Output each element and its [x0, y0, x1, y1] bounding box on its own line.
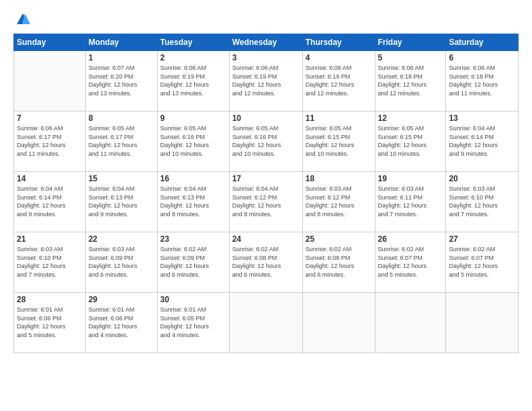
- day-info: Sunrise: 6:02 AM Sunset: 6:08 PM Dayligh…: [306, 245, 372, 279]
- day-info: Sunrise: 6:03 AM Sunset: 6:10 PM Dayligh…: [17, 245, 83, 279]
- day-number: 14: [17, 174, 83, 183]
- calendar-day: 29Sunrise: 6:01 AM Sunset: 6:06 PM Dayli…: [85, 293, 157, 353]
- day-info: Sunrise: 6:02 AM Sunset: 6:09 PM Dayligh…: [161, 245, 226, 279]
- day-number: 10: [232, 113, 300, 123]
- day-info: Sunrise: 6:03 AM Sunset: 6:10 PM Dayligh…: [449, 185, 515, 218]
- day-number: 13: [449, 113, 515, 123]
- day-info: Sunrise: 6:01 AM Sunset: 6:05 PM Dayligh…: [161, 306, 226, 339]
- day-number: 24: [232, 234, 300, 244]
- day-number: 16: [161, 174, 226, 183]
- day-number: 15: [89, 174, 154, 183]
- day-number: 26: [378, 234, 443, 244]
- calendar-day: 21Sunrise: 6:03 AM Sunset: 6:10 PM Dayli…: [14, 232, 86, 293]
- calendar-day: 12Sunrise: 6:05 AM Sunset: 6:15 PM Dayli…: [375, 111, 446, 172]
- day-info: Sunrise: 6:03 AM Sunset: 6:11 PM Dayligh…: [378, 185, 443, 218]
- calendar-day: 6Sunrise: 6:06 AM Sunset: 6:18 PM Daylig…: [446, 51, 519, 111]
- day-number: 9: [161, 113, 226, 123]
- calendar-day: 20Sunrise: 6:03 AM Sunset: 6:10 PM Dayli…: [446, 172, 519, 232]
- day-info: Sunrise: 6:05 AM Sunset: 6:16 PM Dayligh…: [232, 124, 300, 158]
- day-number: 12: [378, 113, 443, 123]
- day-number: 17: [232, 174, 300, 183]
- day-number: 30: [161, 295, 226, 304]
- day-number: 18: [306, 174, 372, 183]
- header: [13, 12, 519, 27]
- day-info: Sunrise: 6:01 AM Sunset: 6:06 PM Dayligh…: [17, 306, 83, 339]
- calendar-week-3: 14Sunrise: 6:04 AM Sunset: 6:14 PM Dayli…: [14, 172, 519, 232]
- calendar-day: 17Sunrise: 6:04 AM Sunset: 6:12 PM Dayli…: [229, 172, 302, 232]
- calendar-week-5: 28Sunrise: 6:01 AM Sunset: 6:06 PM Dayli…: [14, 293, 519, 353]
- day-info: Sunrise: 6:02 AM Sunset: 6:08 PM Dayligh…: [232, 245, 300, 279]
- calendar-week-4: 21Sunrise: 6:03 AM Sunset: 6:10 PM Dayli…: [14, 232, 519, 293]
- calendar-header-thursday: Thursday: [302, 34, 375, 51]
- day-info: Sunrise: 6:06 AM Sunset: 6:19 PM Dayligh…: [232, 64, 300, 97]
- day-info: Sunrise: 6:04 AM Sunset: 6:13 PM Dayligh…: [161, 185, 226, 218]
- day-info: Sunrise: 6:02 AM Sunset: 6:07 PM Dayligh…: [449, 245, 515, 279]
- calendar-day: 24Sunrise: 6:02 AM Sunset: 6:08 PM Dayli…: [229, 232, 302, 293]
- day-number: 3: [232, 53, 300, 62]
- day-info: Sunrise: 6:06 AM Sunset: 6:19 PM Dayligh…: [306, 64, 372, 97]
- calendar-day: 10Sunrise: 6:05 AM Sunset: 6:16 PM Dayli…: [229, 111, 302, 172]
- calendar-day: 5Sunrise: 6:06 AM Sunset: 6:18 PM Daylig…: [375, 51, 446, 111]
- calendar-day: 16Sunrise: 6:04 AM Sunset: 6:13 PM Dayli…: [157, 172, 229, 232]
- day-number: 4: [306, 53, 372, 62]
- calendar: SundayMondayTuesdayWednesdayThursdayFrid…: [13, 34, 519, 353]
- day-info: Sunrise: 6:06 AM Sunset: 6:18 PM Dayligh…: [378, 64, 443, 97]
- calendar-header-saturday: Saturday: [446, 34, 519, 51]
- day-number: 23: [161, 234, 226, 244]
- day-number: 22: [89, 234, 154, 244]
- day-number: 28: [17, 295, 83, 304]
- calendar-header-monday: Monday: [85, 34, 157, 51]
- day-info: Sunrise: 6:07 AM Sunset: 6:20 PM Dayligh…: [89, 64, 154, 97]
- day-number: 25: [306, 234, 372, 244]
- day-info: Sunrise: 6:06 AM Sunset: 6:19 PM Dayligh…: [161, 64, 226, 97]
- day-number: 6: [449, 53, 515, 62]
- day-info: Sunrise: 6:06 AM Sunset: 6:18 PM Dayligh…: [449, 64, 515, 97]
- calendar-day: 22Sunrise: 6:03 AM Sunset: 6:09 PM Dayli…: [85, 232, 157, 293]
- calendar-day: [446, 293, 519, 353]
- calendar-day: 19Sunrise: 6:03 AM Sunset: 6:11 PM Dayli…: [375, 172, 446, 232]
- day-number: 11: [306, 113, 372, 123]
- day-info: Sunrise: 6:03 AM Sunset: 6:09 PM Dayligh…: [89, 245, 154, 279]
- day-info: Sunrise: 6:02 AM Sunset: 6:07 PM Dayligh…: [378, 245, 443, 279]
- calendar-header-row: SundayMondayTuesdayWednesdayThursdayFrid…: [14, 34, 519, 51]
- day-number: 1: [89, 53, 154, 62]
- calendar-day: 7Sunrise: 6:06 AM Sunset: 6:17 PM Daylig…: [14, 111, 86, 172]
- calendar-header-tuesday: Tuesday: [157, 34, 229, 51]
- day-number: 8: [89, 113, 154, 123]
- logo: [13, 12, 30, 27]
- day-info: Sunrise: 6:05 AM Sunset: 6:16 PM Dayligh…: [161, 124, 226, 158]
- calendar-day: 3Sunrise: 6:06 AM Sunset: 6:19 PM Daylig…: [229, 51, 302, 111]
- day-info: Sunrise: 6:01 AM Sunset: 6:06 PM Dayligh…: [89, 306, 154, 339]
- calendar-day: 14Sunrise: 6:04 AM Sunset: 6:14 PM Dayli…: [14, 172, 86, 232]
- day-info: Sunrise: 6:05 AM Sunset: 6:15 PM Dayligh…: [378, 124, 443, 158]
- calendar-day: 13Sunrise: 6:04 AM Sunset: 6:14 PM Dayli…: [446, 111, 519, 172]
- calendar-day: 30Sunrise: 6:01 AM Sunset: 6:05 PM Dayli…: [157, 293, 229, 353]
- day-info: Sunrise: 6:04 AM Sunset: 6:13 PM Dayligh…: [89, 185, 154, 218]
- day-number: 27: [449, 234, 515, 244]
- day-info: Sunrise: 6:04 AM Sunset: 6:14 PM Dayligh…: [17, 185, 83, 218]
- calendar-header-sunday: Sunday: [14, 34, 86, 51]
- calendar-day: 26Sunrise: 6:02 AM Sunset: 6:07 PM Dayli…: [375, 232, 446, 293]
- day-info: Sunrise: 6:04 AM Sunset: 6:14 PM Dayligh…: [449, 124, 515, 158]
- day-info: Sunrise: 6:04 AM Sunset: 6:12 PM Dayligh…: [232, 185, 300, 218]
- calendar-day: 27Sunrise: 6:02 AM Sunset: 6:07 PM Dayli…: [446, 232, 519, 293]
- calendar-header-friday: Friday: [375, 34, 446, 51]
- calendar-day: 2Sunrise: 6:06 AM Sunset: 6:19 PM Daylig…: [157, 51, 229, 111]
- day-number: 2: [161, 53, 226, 62]
- calendar-day: 9Sunrise: 6:05 AM Sunset: 6:16 PM Daylig…: [157, 111, 229, 172]
- day-number: 20: [449, 174, 515, 183]
- calendar-day: 23Sunrise: 6:02 AM Sunset: 6:09 PM Dayli…: [157, 232, 229, 293]
- day-number: 5: [378, 53, 443, 62]
- calendar-day: [14, 51, 86, 111]
- day-info: Sunrise: 6:06 AM Sunset: 6:17 PM Dayligh…: [17, 124, 83, 158]
- logo-icon: [15, 12, 30, 27]
- day-info: Sunrise: 6:05 AM Sunset: 6:17 PM Dayligh…: [89, 124, 154, 158]
- calendar-week-1: 1Sunrise: 6:07 AM Sunset: 6:20 PM Daylig…: [14, 51, 519, 111]
- calendar-day: 18Sunrise: 6:03 AM Sunset: 6:12 PM Dayli…: [302, 172, 375, 232]
- day-info: Sunrise: 6:03 AM Sunset: 6:12 PM Dayligh…: [306, 185, 372, 218]
- day-number: 19: [378, 174, 443, 183]
- day-number: 21: [17, 234, 83, 244]
- calendar-day: [302, 293, 375, 353]
- calendar-day: [229, 293, 302, 353]
- calendar-week-2: 7Sunrise: 6:06 AM Sunset: 6:17 PM Daylig…: [14, 111, 519, 172]
